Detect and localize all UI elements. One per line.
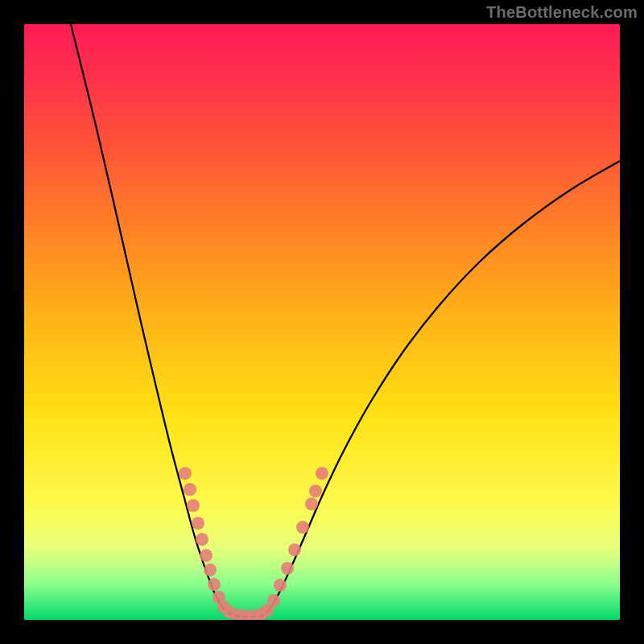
data-marker — [305, 497, 318, 510]
data-marker — [309, 485, 322, 497]
chart-overlay — [24, 24, 620, 620]
data-marker — [281, 562, 294, 575]
watermark-text: TheBottleneck.com — [486, 3, 638, 22]
data-marker — [192, 517, 204, 530]
curve-left-curve — [71, 24, 232, 615]
curve-group — [71, 24, 620, 617]
data-marker — [288, 543, 301, 556]
marker-group — [179, 467, 328, 620]
data-marker — [296, 521, 309, 534]
plot-area — [24, 24, 620, 620]
data-marker — [208, 578, 221, 591]
data-marker — [179, 467, 192, 480]
data-marker — [274, 579, 287, 592]
data-marker — [204, 564, 217, 576]
data-marker — [184, 483, 196, 496]
data-marker — [196, 533, 208, 546]
data-marker — [187, 499, 200, 512]
data-marker — [267, 594, 280, 607]
chart-frame: TheBottleneck.com — [0, 0, 644, 644]
curve-right-curve — [264, 161, 620, 615]
data-marker — [316, 467, 328, 480]
data-marker — [200, 549, 213, 562]
